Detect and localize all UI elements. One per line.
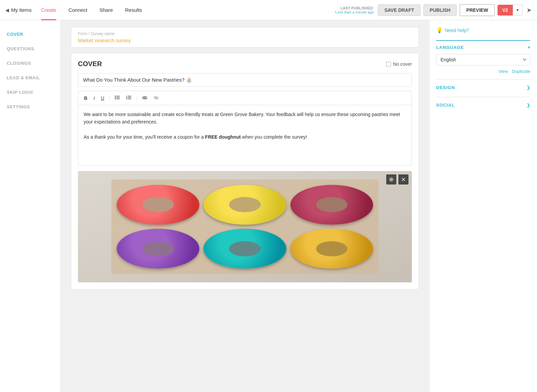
underline-button[interactable]: U bbox=[98, 94, 107, 102]
tab-create[interactable]: Create bbox=[35, 0, 62, 20]
design-chevron-icon: ❯ bbox=[527, 85, 530, 90]
link-icon bbox=[142, 96, 147, 100]
sidebar-item-skip-logic[interactable]: SKIP LOGIC bbox=[0, 85, 60, 100]
help-icon: 💡 bbox=[436, 27, 443, 33]
donut-image bbox=[78, 171, 412, 282]
svg-point-2 bbox=[115, 97, 116, 98]
nav-tabs: Create Connect Share Results bbox=[35, 0, 148, 20]
back-label: My Items bbox=[11, 7, 32, 13]
social-section-header[interactable]: SOCIAL ❯ bbox=[436, 101, 530, 109]
cover-title: COVER bbox=[78, 60, 102, 68]
toolbar-separator-2 bbox=[137, 95, 137, 101]
bullet-list-button[interactable] bbox=[112, 94, 122, 102]
duplicate-link[interactable]: Duplicate bbox=[512, 69, 530, 74]
last-published: LAST PUBLISHED: Less than a minute ago bbox=[335, 6, 374, 14]
language-chevron-icon: ▾ bbox=[528, 45, 530, 50]
last-published-label: LAST PUBLISHED: bbox=[335, 6, 374, 10]
sidebar-item-cover[interactable]: COVER bbox=[0, 27, 60, 41]
body-paragraph-2: As a thank you for your time, you'll rec… bbox=[84, 133, 406, 141]
form-name-value[interactable]: Market research survey bbox=[78, 37, 412, 43]
svg-point-0 bbox=[115, 96, 116, 97]
unlink-icon bbox=[153, 96, 159, 100]
language-dropdown-container: English Spanish French German Portuguese… bbox=[436, 54, 530, 74]
survey-title-input[interactable]: What Do You Think About Our New Pastries… bbox=[78, 73, 412, 87]
main-layout: COVER QUESTIONS CLOSINGS LEAD & EMAIL SK… bbox=[0, 20, 537, 392]
cover-card: COVER No cover What Do You Think About O… bbox=[71, 53, 419, 289]
image-settings-button[interactable] bbox=[386, 174, 396, 185]
numbered-list-icon: 1. 2. 3. bbox=[126, 95, 132, 100]
tab-share[interactable]: Share bbox=[93, 0, 119, 20]
view-link[interactable]: View bbox=[499, 69, 508, 74]
back-button[interactable]: ◀ My Items bbox=[5, 7, 32, 13]
sidebar-item-lead-email[interactable]: LEAD & EMAIL bbox=[0, 71, 60, 85]
no-cover-checkbox[interactable] bbox=[386, 62, 391, 66]
cover-header: COVER No cover bbox=[78, 60, 412, 68]
close-icon bbox=[402, 178, 405, 181]
no-cover-text: No cover bbox=[393, 61, 412, 67]
tab-connect[interactable]: Connect bbox=[62, 0, 93, 20]
top-nav: ◀ My Items Create Connect Share Results … bbox=[0, 0, 537, 20]
last-published-time: Less than a minute ago bbox=[335, 10, 374, 14]
image-area bbox=[78, 171, 412, 282]
toolbar-separator-1 bbox=[109, 95, 110, 101]
svg-point-4 bbox=[115, 99, 116, 100]
help-link[interactable]: 💡 Need help? bbox=[436, 27, 530, 33]
sidebar: COVER QUESTIONS CLOSINGS LEAD & EMAIL SK… bbox=[0, 20, 61, 392]
content-area: Form / Survey name Market research surve… bbox=[61, 20, 429, 392]
unlink-button[interactable] bbox=[151, 94, 161, 102]
sidebar-item-questions[interactable]: QUESTIONS bbox=[0, 41, 60, 56]
social-section-title: SOCIAL bbox=[436, 103, 455, 108]
design-section: DESIGN ❯ bbox=[436, 79, 530, 91]
save-draft-button[interactable]: SAVE DRAFT bbox=[378, 4, 420, 16]
design-section-header[interactable]: DESIGN ❯ bbox=[436, 84, 530, 91]
right-panel: 💡 Need help? LANGUAGE ▾ English Spanish … bbox=[429, 20, 537, 392]
language-select[interactable]: English Spanish French German Portuguese bbox=[436, 54, 530, 65]
link-button[interactable] bbox=[140, 94, 150, 102]
language-section-title: LANGUAGE bbox=[436, 45, 464, 50]
svg-text:3.: 3. bbox=[126, 98, 128, 100]
version-button[interactable]: V2 bbox=[498, 5, 513, 16]
language-section-header[interactable]: LANGUAGE ▾ bbox=[436, 45, 530, 50]
form-name-card: Form / Survey name Market research surve… bbox=[71, 27, 419, 48]
editor-body[interactable]: We want to be more sustainable and creat… bbox=[78, 105, 412, 166]
image-close-button[interactable] bbox=[398, 174, 408, 185]
share-nav-icon[interactable]: ➤ bbox=[527, 6, 532, 14]
svg-point-13 bbox=[391, 179, 392, 180]
body-paragraph-1: We want to be more sustainable and creat… bbox=[84, 111, 406, 126]
tab-results[interactable]: Results bbox=[119, 0, 148, 20]
editor-toolbar: B I U 1. bbox=[78, 91, 412, 105]
social-section: SOCIAL ❯ bbox=[436, 97, 530, 109]
version-dropdown-button[interactable]: ▾ bbox=[513, 4, 522, 16]
image-controls bbox=[386, 174, 408, 185]
gear-icon bbox=[389, 177, 394, 182]
social-chevron-icon: ❯ bbox=[527, 103, 530, 108]
italic-button[interactable]: I bbox=[91, 94, 97, 102]
preview-button[interactable]: PREVIEW bbox=[459, 4, 495, 16]
publish-button[interactable]: PUBLISH bbox=[423, 4, 457, 16]
bold-button[interactable]: B bbox=[82, 94, 90, 102]
bullet-list-icon bbox=[115, 95, 120, 100]
view-duplicate-row: View Duplicate bbox=[436, 69, 530, 74]
language-section: LANGUAGE ▾ English Spanish French German… bbox=[436, 40, 530, 74]
sidebar-item-settings[interactable]: SETTINGS bbox=[0, 100, 60, 114]
back-arrow-icon: ◀ bbox=[5, 7, 9, 13]
sidebar-item-closings[interactable]: CLOSINGS bbox=[0, 56, 60, 71]
form-name-label: Form / Survey name bbox=[78, 31, 412, 36]
no-cover-checkbox-label[interactable]: No cover bbox=[386, 61, 412, 67]
numbered-list-button[interactable]: 1. 2. 3. bbox=[124, 94, 134, 102]
help-label: Need help? bbox=[445, 28, 469, 33]
design-section-title: DESIGN bbox=[436, 85, 455, 90]
